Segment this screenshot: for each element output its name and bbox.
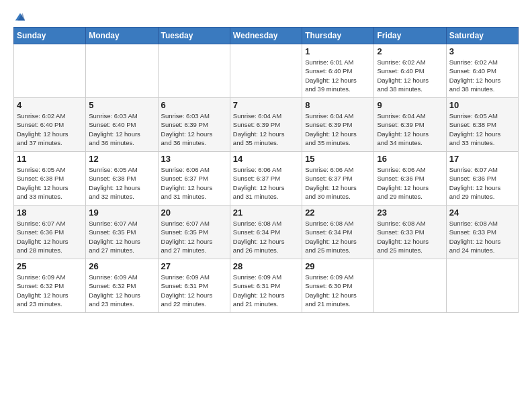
week-row-0: 1Sunrise: 6:01 AM Sunset: 6:40 PM Daylig…: [14, 44, 519, 98]
header-row: SundayMondayTuesdayWednesdayThursdayFrid…: [14, 28, 519, 44]
calendar-cell: [86, 44, 158, 98]
day-number: 17: [449, 154, 515, 164]
day-number: 7: [233, 100, 299, 110]
day-info: Sunrise: 6:03 AM Sunset: 6:39 PM Dayligh…: [161, 111, 227, 147]
day-number: 3: [449, 46, 515, 56]
day-info: Sunrise: 6:05 AM Sunset: 6:38 PM Dayligh…: [89, 165, 154, 201]
calendar-cell: 13Sunrise: 6:06 AM Sunset: 6:37 PM Dayli…: [158, 152, 230, 205]
day-info: Sunrise: 6:08 AM Sunset: 6:33 PM Dayligh…: [449, 219, 515, 255]
weekday-header-sunday: Sunday: [14, 28, 86, 44]
calendar-cell: 15Sunrise: 6:06 AM Sunset: 6:37 PM Dayli…: [302, 152, 374, 205]
calendar-cell: 24Sunrise: 6:08 AM Sunset: 6:33 PM Dayli…: [446, 205, 518, 259]
day-info: Sunrise: 6:08 AM Sunset: 6:34 PM Dayligh…: [305, 219, 371, 255]
day-number: 23: [377, 208, 443, 218]
calendar-cell: [374, 259, 446, 313]
calendar-cell: 19Sunrise: 6:07 AM Sunset: 6:35 PM Dayli…: [86, 205, 158, 259]
week-row-4: 25Sunrise: 6:09 AM Sunset: 6:32 PM Dayli…: [14, 259, 519, 313]
calendar-cell: 12Sunrise: 6:05 AM Sunset: 6:38 PM Dayli…: [86, 152, 158, 205]
calendar-header: SundayMondayTuesdayWednesdayThursdayFrid…: [14, 28, 519, 44]
calendar-cell: 10Sunrise: 6:05 AM Sunset: 6:38 PM Dayli…: [446, 98, 518, 152]
day-number: 27: [161, 261, 227, 271]
calendar-cell: 16Sunrise: 6:06 AM Sunset: 6:36 PM Dayli…: [374, 152, 446, 205]
day-info: Sunrise: 6:08 AM Sunset: 6:34 PM Dayligh…: [233, 219, 299, 255]
calendar-cell: 14Sunrise: 6:06 AM Sunset: 6:37 PM Dayli…: [230, 152, 302, 205]
calendar-cell: [446, 259, 518, 313]
day-number: 10: [449, 100, 515, 110]
day-info: Sunrise: 6:02 AM Sunset: 6:40 PM Dayligh…: [377, 58, 443, 93]
calendar-cell: [14, 44, 86, 98]
day-info: Sunrise: 6:09 AM Sunset: 6:32 PM Dayligh…: [89, 273, 154, 308]
day-number: 29: [305, 261, 371, 271]
day-info: Sunrise: 6:09 AM Sunset: 6:31 PM Dayligh…: [233, 273, 299, 308]
calendar-cell: 22Sunrise: 6:08 AM Sunset: 6:34 PM Dayli…: [302, 205, 374, 259]
calendar-cell: 8Sunrise: 6:04 AM Sunset: 6:39 PM Daylig…: [302, 98, 374, 152]
day-number: 11: [17, 154, 83, 164]
day-number: 6: [161, 100, 227, 110]
calendar-cell: [230, 44, 302, 98]
calendar-cell: 9Sunrise: 6:04 AM Sunset: 6:39 PM Daylig…: [374, 98, 446, 152]
day-number: 20: [161, 208, 227, 218]
day-number: 26: [89, 261, 154, 271]
day-info: Sunrise: 6:09 AM Sunset: 6:31 PM Dayligh…: [161, 273, 227, 308]
day-info: Sunrise: 6:04 AM Sunset: 6:39 PM Dayligh…: [305, 111, 371, 147]
day-info: Sunrise: 6:07 AM Sunset: 6:35 PM Dayligh…: [89, 219, 154, 255]
day-info: Sunrise: 6:09 AM Sunset: 6:30 PM Dayligh…: [305, 273, 371, 308]
day-info: Sunrise: 6:04 AM Sunset: 6:39 PM Dayligh…: [233, 111, 299, 147]
day-info: Sunrise: 6:06 AM Sunset: 6:37 PM Dayligh…: [161, 165, 227, 201]
weekday-header-monday: Monday: [86, 28, 158, 44]
day-number: 21: [233, 208, 299, 218]
day-info: Sunrise: 6:05 AM Sunset: 6:38 PM Dayligh…: [17, 165, 83, 201]
day-number: 14: [233, 154, 299, 164]
weekday-header-tuesday: Tuesday: [158, 28, 230, 44]
day-info: Sunrise: 6:07 AM Sunset: 6:35 PM Dayligh…: [161, 219, 227, 255]
calendar-cell: 26Sunrise: 6:09 AM Sunset: 6:32 PM Dayli…: [86, 259, 158, 313]
weekday-header-thursday: Thursday: [302, 28, 374, 44]
day-info: Sunrise: 6:06 AM Sunset: 6:36 PM Dayligh…: [377, 165, 443, 201]
day-info: Sunrise: 6:08 AM Sunset: 6:33 PM Dayligh…: [377, 219, 443, 255]
calendar-cell: 1Sunrise: 6:01 AM Sunset: 6:40 PM Daylig…: [302, 44, 374, 98]
calendar-cell: 7Sunrise: 6:04 AM Sunset: 6:39 PM Daylig…: [230, 98, 302, 152]
day-number: 8: [305, 100, 371, 110]
day-number: 22: [305, 208, 371, 218]
calendar-cell: 27Sunrise: 6:09 AM Sunset: 6:31 PM Dayli…: [158, 259, 230, 313]
day-number: 4: [17, 100, 83, 110]
weekday-header-wednesday: Wednesday: [230, 28, 302, 44]
calendar-table: SundayMondayTuesdayWednesdayThursdayFrid…: [13, 27, 519, 313]
calendar-cell: 25Sunrise: 6:09 AM Sunset: 6:32 PM Dayli…: [14, 259, 86, 313]
day-info: Sunrise: 6:05 AM Sunset: 6:38 PM Dayligh…: [449, 111, 515, 147]
calendar-cell: 21Sunrise: 6:08 AM Sunset: 6:34 PM Dayli…: [230, 205, 302, 259]
page: SundayMondayTuesdayWednesdayThursdayFrid…: [0, 0, 532, 320]
calendar-cell: 4Sunrise: 6:02 AM Sunset: 6:40 PM Daylig…: [14, 98, 86, 152]
day-info: Sunrise: 6:07 AM Sunset: 6:36 PM Dayligh…: [17, 219, 83, 255]
week-row-1: 4Sunrise: 6:02 AM Sunset: 6:40 PM Daylig…: [14, 98, 519, 152]
calendar-cell: 5Sunrise: 6:03 AM Sunset: 6:40 PM Daylig…: [86, 98, 158, 152]
day-number: 19: [89, 208, 154, 218]
day-info: Sunrise: 6:06 AM Sunset: 6:37 PM Dayligh…: [233, 165, 299, 201]
logo-icon: [14, 11, 26, 23]
calendar-cell: 17Sunrise: 6:07 AM Sunset: 6:36 PM Dayli…: [446, 152, 518, 205]
calendar-cell: 20Sunrise: 6:07 AM Sunset: 6:35 PM Dayli…: [158, 205, 230, 259]
day-info: Sunrise: 6:02 AM Sunset: 6:40 PM Dayligh…: [449, 58, 515, 93]
day-number: 24: [449, 208, 515, 218]
day-info: Sunrise: 6:09 AM Sunset: 6:32 PM Dayligh…: [17, 273, 83, 308]
day-info: Sunrise: 6:03 AM Sunset: 6:40 PM Dayligh…: [89, 111, 154, 147]
week-row-2: 11Sunrise: 6:05 AM Sunset: 6:38 PM Dayli…: [14, 152, 519, 205]
calendar-cell: 6Sunrise: 6:03 AM Sunset: 6:39 PM Daylig…: [158, 98, 230, 152]
day-number: 28: [233, 261, 299, 271]
week-row-3: 18Sunrise: 6:07 AM Sunset: 6:36 PM Dayli…: [14, 205, 519, 259]
day-number: 15: [305, 154, 371, 164]
day-number: 12: [89, 154, 154, 164]
day-info: Sunrise: 6:06 AM Sunset: 6:37 PM Dayligh…: [305, 165, 371, 201]
calendar-cell: 2Sunrise: 6:02 AM Sunset: 6:40 PM Daylig…: [374, 44, 446, 98]
calendar-cell: 29Sunrise: 6:09 AM Sunset: 6:30 PM Dayli…: [302, 259, 374, 313]
day-info: Sunrise: 6:02 AM Sunset: 6:40 PM Dayligh…: [17, 111, 83, 147]
day-info: Sunrise: 6:01 AM Sunset: 6:40 PM Dayligh…: [305, 58, 371, 93]
day-number: 18: [17, 208, 83, 218]
day-info: Sunrise: 6:04 AM Sunset: 6:39 PM Dayligh…: [377, 111, 443, 147]
weekday-header-friday: Friday: [374, 28, 446, 44]
calendar-body: 1Sunrise: 6:01 AM Sunset: 6:40 PM Daylig…: [14, 44, 519, 313]
day-number: 25: [17, 261, 83, 271]
weekday-header-saturday: Saturday: [446, 28, 518, 44]
logo: [13, 11, 26, 20]
calendar-cell: 11Sunrise: 6:05 AM Sunset: 6:38 PM Dayli…: [14, 152, 86, 205]
